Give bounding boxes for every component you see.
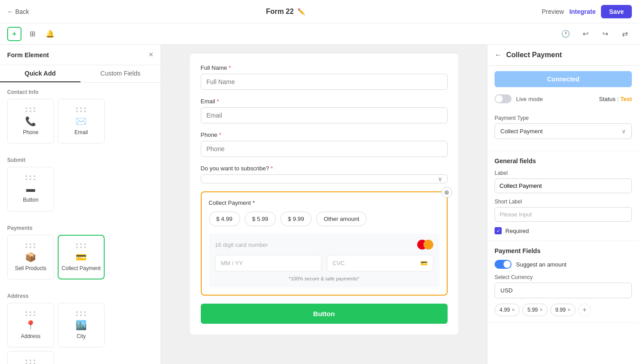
remove-tag-599-button[interactable]: × <box>540 307 543 313</box>
collect-payment-icon: 💳 <box>76 252 87 262</box>
close-panel-button[interactable]: × <box>148 50 153 59</box>
phone-input[interactable] <box>201 141 448 157</box>
drag-dots <box>76 311 87 316</box>
item-city[interactable]: 🏙️ City <box>58 303 105 347</box>
field-full-name: Full Name * <box>201 64 448 90</box>
label-input[interactable] <box>495 178 632 193</box>
right-panel-header: ← Collect Payment <box>487 45 639 66</box>
drag-dots <box>76 107 87 112</box>
short-label-field-group: Short Label <box>495 199 632 222</box>
bell-icon: 🔔 <box>46 30 55 38</box>
add-amount-button[interactable]: + <box>578 304 591 316</box>
right-panel-title: Collect Payment <box>506 51 562 59</box>
contact-info-grid: 📞 Phone ✉️ Email <box>0 99 161 151</box>
grid-view-button[interactable]: ⊞ <box>25 27 39 41</box>
grid-icon: ⊞ <box>30 30 35 38</box>
edit-icon[interactable]: ✏️ <box>297 8 305 15</box>
payment-type-dropdown[interactable]: Collect Payment ∨ <box>495 123 632 139</box>
short-label-input[interactable] <box>495 207 632 222</box>
item-address-label: Address <box>21 333 40 339</box>
suggest-amount-row: Suggest an amount <box>495 260 632 269</box>
tab-row: Quick Add Custom Fields <box>0 65 161 83</box>
checkmark-icon: ✓ <box>496 228 500 234</box>
section-payments: Payments <box>0 219 161 235</box>
amount-options: $ 4.99 $ 5.99 $ 9.99 Other amount <box>209 212 440 226</box>
label-field-label: Label <box>495 170 632 176</box>
history-button[interactable]: 🕐 <box>559 27 573 41</box>
required-checkbox[interactable]: ✓ <box>495 227 502 234</box>
suggest-amount-label: Suggest an amount <box>516 261 567 268</box>
undo-button[interactable]: ↩ <box>578 27 592 41</box>
remove-tag-999-button[interactable]: × <box>567 307 571 313</box>
currency-label: Select Currency <box>495 274 632 280</box>
item-button[interactable]: ▬ Button <box>7 167 54 212</box>
secure-text: *100% secure & safe payments* <box>215 276 433 281</box>
submit-button[interactable]: Button <box>201 304 448 324</box>
amount-pill-499[interactable]: $ 4.99 <box>209 212 240 226</box>
suggest-amount-toggle[interactable] <box>495 260 512 269</box>
currency-value[interactable]: USD <box>495 283 632 298</box>
nav-center: Form 22 ✏️ <box>266 8 305 16</box>
payment-fields-section: Payment Fields Suggest an amount Select … <box>487 241 639 323</box>
live-mode-toggle[interactable] <box>495 94 512 103</box>
amount-tags-row: 4.99 × 5.99 × 9.99 × + <box>495 304 632 316</box>
main-layout: Form Element × Quick Add Custom Fields C… <box>0 45 639 364</box>
preview-button[interactable]: Preview <box>542 8 564 15</box>
payment-close-button[interactable]: ⊗ <box>441 187 452 198</box>
right-panel-back-button[interactable]: ← <box>495 51 502 59</box>
toggle-knob <box>504 261 511 268</box>
tab-custom-fields[interactable]: Custom Fields <box>80 65 161 82</box>
integrate-button[interactable]: Integrate <box>569 8 596 15</box>
remove-tag-499-button[interactable]: × <box>512 307 515 313</box>
amount-tag-599: 5.99 × <box>522 304 547 316</box>
expiry-field[interactable]: MM / YY <box>215 255 322 271</box>
city-icon: 🏙️ <box>76 320 87 330</box>
card-input-area: 16 digit card number MM / YY CVC 💳 <box>209 233 440 288</box>
nav-left: ← Back <box>7 8 29 15</box>
item-phone[interactable]: 📞 Phone <box>7 99 54 144</box>
connected-button[interactable]: Connected <box>495 71 632 87</box>
general-fields-section: General fields Label Short Label ✓ Requi… <box>487 151 639 241</box>
payment-type-value: Collect Payment <box>500 128 543 135</box>
item-email-label: Email <box>74 129 88 135</box>
nav-right: Preview Integrate Save <box>542 5 632 18</box>
full-name-label: Full Name * <box>201 64 448 71</box>
short-label-label: Short Label <box>495 199 632 205</box>
subscribe-select[interactable] <box>201 174 448 183</box>
item-sell-products[interactable]: 📦 Sell Products <box>7 235 54 279</box>
required-label: Required <box>505 228 529 234</box>
phone-label: Phone * <box>201 131 448 138</box>
amount-pill-599[interactable]: $ 5.99 <box>245 212 276 226</box>
required-checkbox-row: ✓ Required <box>495 227 632 234</box>
settings-icon: ⇄ <box>622 30 628 38</box>
card-number-placeholder: 16 digit card number <box>215 241 268 248</box>
payments-grid: 📦 Sell Products 💳 Collect Payment <box>0 235 161 287</box>
redo-button[interactable]: ↪ <box>598 27 612 41</box>
plus-icon: + <box>12 30 16 38</box>
cvc-field[interactable]: CVC 💳 <box>327 255 433 271</box>
tab-quick-add[interactable]: Quick Add <box>0 65 80 82</box>
amount-tag-499: 4.99 × <box>495 304 520 316</box>
live-mode-left: Live mode <box>495 94 543 103</box>
item-state[interactable]: 🏛️ State <box>7 351 54 364</box>
email-input[interactable] <box>201 107 448 123</box>
item-address[interactable]: 📍 Address <box>7 303 54 347</box>
chevron-down-icon: ∨ <box>622 128 626 135</box>
cvc-icon: 💳 <box>420 260 427 267</box>
live-mode-label: Live mode <box>516 96 543 102</box>
notification-button[interactable]: 🔔 <box>43 27 57 41</box>
add-element-button[interactable]: + <box>7 27 21 41</box>
back-button[interactable]: ← Back <box>7 8 29 15</box>
item-collect-payment[interactable]: 💳 Collect Payment <box>58 235 105 279</box>
clock-icon: 🕐 <box>561 30 570 38</box>
item-email[interactable]: ✉️ Email <box>58 99 105 144</box>
field-phone: Phone * <box>201 131 448 157</box>
amount-pill-999[interactable]: $ 9.99 <box>280 212 312 226</box>
settings-button[interactable]: ⇄ <box>618 27 632 41</box>
full-name-input[interactable] <box>201 74 448 90</box>
save-button[interactable]: Save <box>601 5 632 18</box>
toolbar-right: 🕐 ↩ ↪ ⇄ <box>559 27 632 41</box>
back-arrow-icon: ← <box>7 8 13 15</box>
amount-pill-other[interactable]: Other amount <box>316 212 367 226</box>
status-row: Status : Test <box>599 96 632 102</box>
